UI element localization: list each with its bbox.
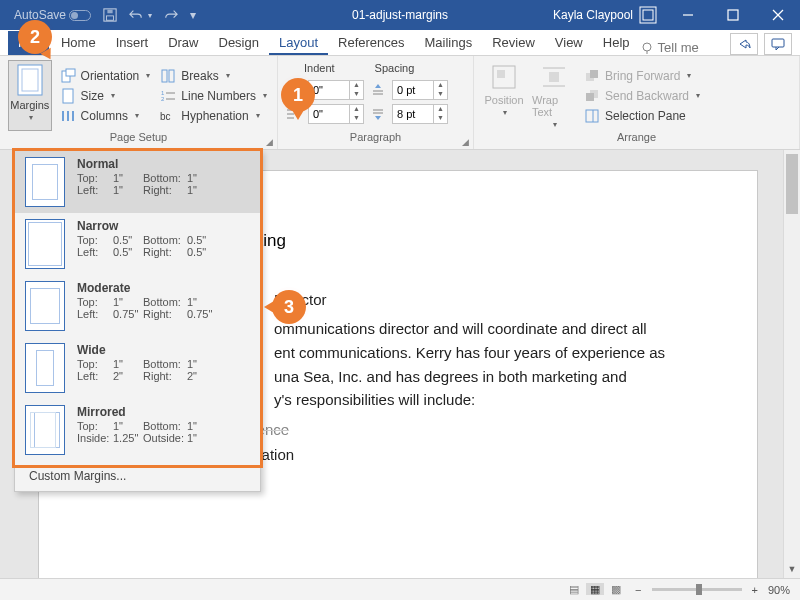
svg-rect-1 [107,16,114,20]
custom-margins-item[interactable]: Custom Margins... [15,461,260,491]
svg-rect-2 [107,10,112,14]
tab-view[interactable]: View [545,31,593,55]
share-button[interactable] [730,33,758,55]
selection-pane-button[interactable]: Selection Pane [582,107,702,125]
position-icon [489,62,519,92]
spacing-after-input[interactable]: ▲▼ [392,104,448,124]
callout-2: 2 [18,20,52,54]
scroll-thumb[interactable] [786,154,798,214]
svg-rect-11 [772,39,784,47]
callout-1: 1 [281,78,315,112]
callout-3: 3 [272,290,306,324]
doc-heading: eting [249,231,687,251]
tab-help[interactable]: Help [593,31,640,55]
columns-button[interactable]: Columns▾ [58,107,153,125]
page-setup-launcher[interactable]: ◢ [266,137,273,147]
spacing-before-icon [370,82,386,98]
undo-icon[interactable]: ▾ [125,8,156,22]
line-numbers-button[interactable]: 12 Line Numbers▾ [158,87,269,105]
save-icon[interactable] [99,8,121,22]
view-buttons[interactable]: ▤ ▦ ▩ [565,583,625,596]
print-layout-icon[interactable]: ▦ [586,583,604,595]
svg-rect-45 [586,93,594,101]
svg-rect-6 [728,10,738,20]
margins-button[interactable]: Margins ▾ [8,60,52,131]
paragraph-launcher[interactable]: ◢ [462,137,469,147]
zoom-slider[interactable] [652,588,742,591]
send-backward-icon [584,88,600,104]
tab-mailings[interactable]: Mailings [415,31,483,55]
line-numbers-icon: 12 [160,88,176,104]
svg-rect-38 [497,70,505,78]
svg-rect-46 [586,110,598,122]
group-page-setup: Margins ▾ Orientation▾ Size▾ Columns▾ [0,56,278,149]
indent-left-input[interactable]: ▲▼ [308,80,364,100]
size-button[interactable]: Size▾ [58,87,153,105]
close-button[interactable] [755,0,800,30]
account-frame-icon [639,6,657,24]
margin-preset-mirrored[interactable]: MirroredTop:1"Bottom:1"Inside:1.25"Outsi… [15,399,260,461]
tab-insert[interactable]: Insert [106,31,159,55]
maximize-button[interactable] [710,0,755,30]
scroll-down-icon[interactable]: ▼ [784,561,800,578]
breaks-button[interactable]: Breaks▾ [158,67,269,85]
comment-icon [771,37,785,51]
breaks-icon [160,68,176,84]
vertical-scrollbar[interactable]: ▲ ▼ [783,150,800,578]
spacing-after-icon [370,106,386,122]
ribbon: Margins ▾ Orientation▾ Size▾ Columns▾ [0,56,800,150]
doc-role: Director [274,291,687,308]
autosave-toggle[interactable]: AutoSave [10,8,95,22]
margins-dropdown: NormalTop:1"Bottom:1"Left:1"Right:1"Narr… [14,150,261,492]
svg-rect-4 [643,10,653,20]
spacing-before-input[interactable]: ▲▼ [392,80,448,100]
comments-button[interactable] [764,33,792,55]
zoom-out-button[interactable]: − [635,584,641,596]
margin-preset-wide[interactable]: WideTop:1"Bottom:1"Left:2"Right:2" [15,337,260,399]
margin-thumb-icon [25,219,65,269]
margin-preset-moderate[interactable]: ModerateTop:1"Bottom:1"Left:0.75"Right:0… [15,275,260,337]
redo-icon[interactable] [160,8,182,22]
tab-layout[interactable]: Layout [269,31,328,55]
selection-pane-icon [584,108,600,124]
user-account[interactable]: Kayla Claypool [553,6,657,24]
orientation-icon [60,68,76,84]
ribbon-tabs: File Home Insert Draw Design Layout Refe… [0,30,800,56]
svg-rect-20 [162,70,167,82]
position-button: Position▾ [482,60,526,131]
zoom-level[interactable]: 90% [768,584,790,596]
margin-preset-narrow[interactable]: NarrowTop:0.5"Bottom:0.5"Left:0.5"Right:… [15,213,260,275]
bring-forward-icon [584,68,600,84]
hyphenation-button[interactable]: bc Hyphenation▾ [158,107,269,125]
wrap-text-icon [539,62,569,92]
doc-para-line: ommunications director and will coordina… [274,318,687,340]
indent-heading: Indent [304,62,335,74]
zoom-in-button[interactable]: + [752,584,758,596]
minimize-button[interactable] [665,0,710,30]
group-arrange: Position▾ Wrap Text▾ Bring Forward▾ Send… [474,56,800,149]
orientation-button[interactable]: Orientation▾ [58,67,153,85]
margin-preset-normal[interactable]: NormalTop:1"Bottom:1"Left:1"Right:1" [15,151,260,213]
web-layout-icon[interactable]: ▩ [607,583,625,595]
size-icon [60,88,76,104]
paragraph-label: Paragraph [350,131,401,143]
margin-thumb-icon [25,405,65,455]
tab-references[interactable]: References [328,31,414,55]
share-icon [737,37,751,51]
status-bar: ▤ ▦ ▩ − + 90% [0,578,800,600]
svg-point-9 [643,43,651,51]
read-mode-icon[interactable]: ▤ [565,583,583,595]
columns-icon [60,108,76,124]
tell-me-search[interactable]: Tell me [640,40,699,55]
svg-text:2: 2 [161,96,165,102]
page-setup-label: Page Setup [110,131,168,143]
svg-rect-3 [640,7,656,23]
lightbulb-icon [640,41,654,55]
hyphenation-icon: bc [160,108,176,124]
tab-home[interactable]: Home [51,31,106,55]
tab-draw[interactable]: Draw [158,31,208,55]
tab-design[interactable]: Design [209,31,269,55]
tab-review[interactable]: Review [482,31,545,55]
indent-right-input[interactable]: ▲▼ [308,104,364,124]
doc-para-line: una Sea, Inc. and has degrees in both ma… [274,366,687,388]
